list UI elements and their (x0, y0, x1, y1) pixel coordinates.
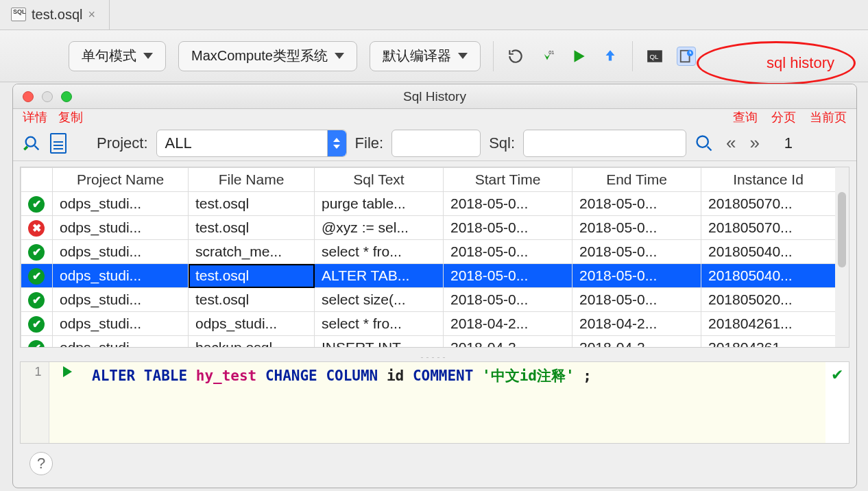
paging-label: 分页 (771, 109, 796, 125)
svg-text:QL: QL (649, 53, 659, 60)
col-status[interactable] (21, 168, 53, 192)
status-ok-icon: ✔ (28, 292, 45, 309)
file-tabs: test.osql × (0, 0, 868, 30)
svg-point-6 (697, 136, 708, 147)
help-button[interactable]: ? (29, 452, 53, 475)
window-zoom-icon[interactable] (61, 91, 72, 102)
toolbar-separator (632, 41, 633, 71)
table-row[interactable]: ✔odps_studi...test.osqlselect size(...20… (21, 288, 836, 312)
col-start[interactable]: Start Time (444, 168, 572, 192)
window-close-icon[interactable] (23, 91, 34, 102)
prev-page-button[interactable]: « (726, 132, 736, 154)
col-file[interactable]: File Name (189, 168, 315, 192)
svg-point-5 (26, 136, 36, 146)
col-instance[interactable]: Instance Id (701, 168, 836, 192)
col-project[interactable]: Project Name (53, 168, 189, 192)
select-arrows-icon (327, 130, 346, 156)
query-label: 查询 (733, 109, 758, 125)
mode-label: 单句模式 (82, 47, 136, 65)
project-select[interactable]: ALL (156, 130, 347, 157)
sql-history-dialog: Sql History 详情 复制 查询 分页 当前页 Project: ALL… (12, 84, 857, 488)
status-ok-icon: ✔ (28, 340, 45, 347)
copy-label: 复制 (58, 109, 83, 125)
chevron-down-icon (335, 53, 344, 59)
compiler-label: 默认编译器 (383, 47, 451, 65)
copy-button[interactable] (50, 133, 67, 154)
binary-download-icon[interactable]: 01 (538, 47, 557, 66)
table-row[interactable]: ✔odps_studi...scratch_me...select * fro.… (21, 240, 836, 264)
sql-panel-icon[interactable]: QL (645, 47, 664, 66)
table-scrollbar[interactable] (835, 167, 849, 347)
file-filter-input[interactable] (391, 130, 481, 157)
compiler-combo[interactable]: 默认编译器 (370, 41, 481, 71)
table-row[interactable]: ✔odps_studi...test.osqlALTER TAB...2018-… (21, 264, 836, 288)
table-header-row: Project Name File Name Sql Text Start Ti… (21, 168, 836, 192)
annotation-labels: 详情 复制 查询 分页 当前页 (13, 109, 856, 125)
annotation-callout: sql history (697, 41, 856, 85)
search-button[interactable] (695, 134, 714, 153)
annotation-text: sql history (767, 54, 834, 72)
col-end[interactable]: End Time (572, 168, 701, 192)
history-table-area: Project Name File Name Sql Text Start Ti… (13, 161, 856, 353)
split-grip[interactable]: ╴╴╴╴╴ (13, 353, 856, 361)
status-ok-icon: ✔ (28, 244, 45, 261)
detail-label: 详情 (23, 109, 47, 125)
filter-row: Project: ALL File: Sql: « » 1 (13, 125, 856, 161)
file-tab-label: test.osql (32, 7, 82, 23)
run-icon[interactable] (569, 47, 588, 66)
sql-preview-pane: 1 ALTER TABLE hy_test CHANGE COLUMN id C… (20, 361, 849, 444)
next-page-button[interactable]: » (750, 132, 760, 154)
current-page: 1 (773, 134, 793, 152)
sql-file-icon (11, 8, 26, 21)
file-filter-label: File: (355, 134, 384, 152)
table-row[interactable]: ✔odps_studi...backup.osqlINSERT INT...20… (21, 336, 836, 348)
table-row[interactable]: ✖odps_studi...test.osql@xyz := sel...201… (21, 216, 836, 240)
col-sql[interactable]: Sql Text (315, 168, 444, 192)
mode-combo[interactable]: 单句模式 (69, 41, 166, 71)
run-line-button[interactable] (49, 362, 85, 443)
sql-code[interactable]: ALTER TABLE hy_test CHANGE COLUMN id COM… (85, 362, 825, 443)
chevron-down-icon (458, 53, 468, 59)
history-table: Project Name File Name Sql Text Start Ti… (21, 167, 835, 347)
sql-filter-label: Sql: (489, 134, 515, 152)
project-filter-label: Project: (97, 134, 148, 152)
type-system-combo[interactable]: MaxCompute类型系统 (178, 41, 357, 71)
main-toolbar: 单句模式 MaxCompute类型系统 默认编译器 01 QL sql hist… (0, 30, 868, 82)
current-label: 当前页 (810, 109, 847, 125)
sql-history-icon[interactable] (677, 47, 696, 66)
detail-button[interactable] (23, 134, 42, 153)
refresh-icon[interactable] (506, 47, 525, 66)
status-ok-icon: ✔ (28, 268, 45, 285)
table-row[interactable]: ✔odps_studi...test.osqlpurge table...201… (21, 192, 836, 216)
line-gutter: 1 (21, 362, 49, 443)
dialog-title: Sql History (403, 89, 466, 104)
window-minimize-icon[interactable] (42, 91, 53, 102)
sql-filter-input[interactable] (523, 130, 686, 157)
project-select-value: ALL (165, 134, 192, 152)
toolbar-separator (493, 41, 494, 71)
close-icon[interactable]: × (88, 8, 95, 22)
type-system-label: MaxCompute类型系统 (191, 47, 328, 65)
dialog-titlebar[interactable]: Sql History (13, 84, 856, 109)
svg-text:01: 01 (548, 49, 554, 55)
file-tab[interactable]: test.osql × (0, 0, 110, 29)
status-fail-icon: ✖ (28, 220, 45, 237)
chevron-down-icon (143, 53, 153, 59)
status-ok-icon: ✔ (28, 196, 45, 213)
upload-icon[interactable] (601, 47, 620, 66)
play-icon (63, 366, 72, 377)
table-row[interactable]: ✔odps_studi...odps_studi...select * fro.… (21, 312, 836, 336)
status-ok-icon: ✔ (28, 316, 45, 333)
validation-ok-icon: ✔ (825, 362, 849, 443)
